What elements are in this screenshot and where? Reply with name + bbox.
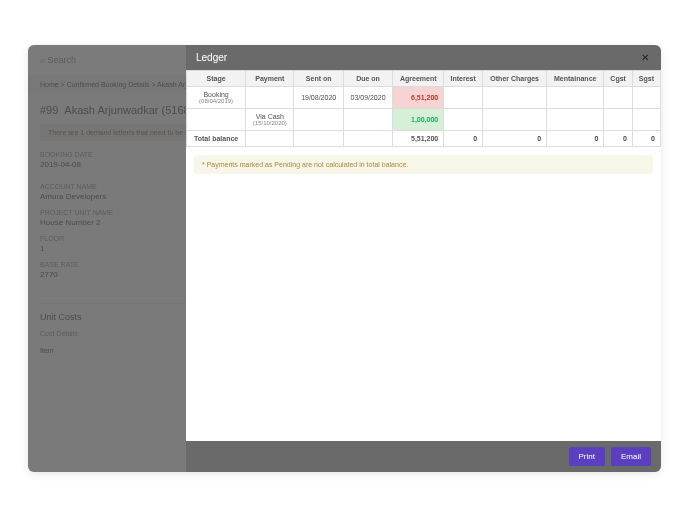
cell-sgst (632, 109, 660, 131)
cell-due-on (343, 109, 392, 131)
col-stage: Stage (187, 71, 246, 87)
cell-payment (246, 87, 294, 109)
cell-stage (187, 109, 246, 131)
col-due-on: Due on (343, 71, 392, 87)
total-cgst: 0 (604, 131, 632, 147)
ledger-table: Stage Payment Sent on Due on Agreement I… (186, 70, 661, 147)
cell-due-on: 03/09/2020 (343, 87, 392, 109)
modal-body: Stage Payment Sent on Due on Agreement I… (186, 70, 661, 441)
cell-cgst (604, 109, 632, 131)
modal-header: Ledger ✕ (186, 45, 661, 70)
ledger-modal: Ledger ✕ Stage Payment Sent on Due on Ag… (186, 45, 661, 472)
total-other: 0 (483, 131, 547, 147)
cell-maint (547, 109, 604, 131)
cell-other (483, 109, 547, 131)
modal-title: Ledger (196, 52, 227, 63)
cell-sent-on: 19/08/2020 (294, 87, 343, 109)
close-icon[interactable]: ✕ (639, 52, 651, 63)
col-maintenance: Mentainance (547, 71, 604, 87)
col-sent-on: Sent on (294, 71, 343, 87)
cell-interest (444, 87, 483, 109)
table-total-row: Total balance 5,51,200 0 0 0 0 0 (187, 131, 661, 147)
print-button[interactable]: Print (569, 447, 605, 466)
table-row: Via Cash(15/10/2020) 1,00,000 (187, 109, 661, 131)
col-agreement: Agreement (393, 71, 444, 87)
col-other-charges: Other Charges (483, 71, 547, 87)
email-button[interactable]: Email (611, 447, 651, 466)
total-agreement: 5,51,200 (393, 131, 444, 147)
cell-cgst (604, 87, 632, 109)
col-cgst: Cgst (604, 71, 632, 87)
pending-note: * Payments marked as Pending are not cal… (194, 155, 653, 174)
cell-other (483, 87, 547, 109)
modal-footer: Print Email (186, 441, 661, 472)
cell-maint (547, 87, 604, 109)
cell-agreement: 6,51,200 (393, 87, 444, 109)
total-sgst: 0 (632, 131, 660, 147)
app-frame: ⌕ Search Home > Confirmed Booking Detail… (28, 45, 661, 472)
cell-sgst (632, 87, 660, 109)
col-payment: Payment (246, 71, 294, 87)
cell-agreement: 1,00,000 (393, 109, 444, 131)
table-row: Booking(08/04/2019) 19/08/2020 03/09/202… (187, 87, 661, 109)
col-sgst: Sgst (632, 71, 660, 87)
cell-stage: Booking(08/04/2019) (187, 87, 246, 109)
cell-payment: Via Cash(15/10/2020) (246, 109, 294, 131)
total-interest: 0 (444, 131, 483, 147)
total-label: Total balance (187, 131, 246, 147)
table-header-row: Stage Payment Sent on Due on Agreement I… (187, 71, 661, 87)
cell-interest (444, 109, 483, 131)
col-interest: Interest (444, 71, 483, 87)
cell-sent-on (294, 109, 343, 131)
total-maint: 0 (547, 131, 604, 147)
